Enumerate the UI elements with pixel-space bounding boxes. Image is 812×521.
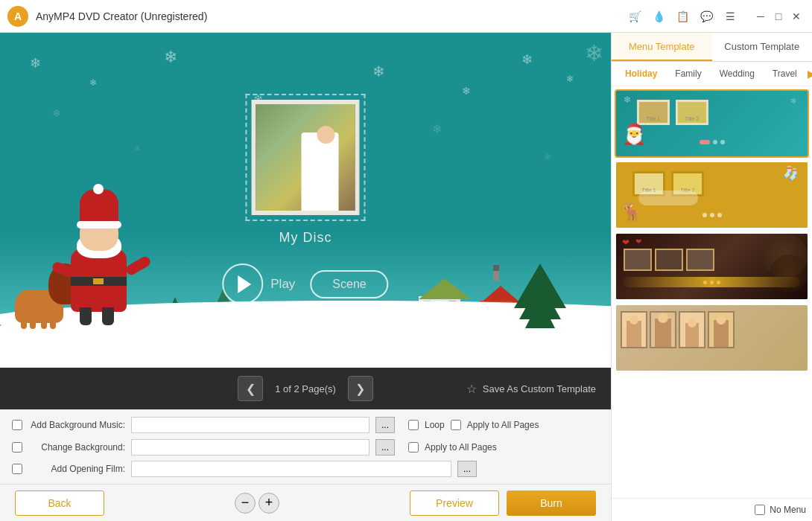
cart-icon[interactable]: 🛒 (627, 9, 642, 24)
photo-frame (252, 100, 360, 215)
app-title: AnyMP4 DVD Creator (Unregistered) (36, 10, 627, 22)
template-item-2[interactable]: 🧦 Title 1 Title 2 🦌 (615, 161, 809, 229)
change-bg-browse[interactable]: ... (375, 439, 395, 456)
opening-film-browse[interactable]: ... (457, 461, 477, 477)
chimney (493, 265, 499, 281)
titlebar: A AnyMP4 DVD Creator (Unregistered) 🛒 💧 … (0, 0, 812, 33)
template-item-1[interactable]: ❄ ❄ ❄ Title 1 Title 2 (615, 89, 809, 158)
tpl3-heart2: ❤ (635, 237, 641, 246)
santa-buckle (93, 278, 104, 284)
tpl3-photo1 (624, 249, 652, 271)
bg-music-row: Add Background Music: ... Loop Apply to … (12, 416, 599, 434)
burn-button[interactable]: Burn (507, 490, 596, 516)
play-label: Play (270, 277, 295, 292)
no-menu-checkbox[interactable] (755, 505, 765, 515)
save-template-button[interactable]: ☆ Save As Custom Template (466, 382, 596, 396)
zoom-plus-button[interactable]: + (258, 493, 279, 514)
opening-film-checkbox[interactable] (12, 464, 22, 474)
bg-music-input[interactable] (131, 417, 369, 433)
loop-label: Loop (425, 420, 445, 430)
zoom-minus-button[interactable]: − (235, 493, 256, 514)
tpl1-photo1: Title 1 (637, 100, 670, 125)
change-bg-checkbox[interactable] (12, 442, 22, 453)
bg-music-checkbox[interactable] (12, 420, 22, 430)
scene-button[interactable]: Scene (310, 270, 388, 298)
cat-family[interactable]: Family (667, 66, 708, 81)
opening-film-label: Add Opening Film: (28, 464, 125, 474)
cat-wedding[interactable]: Wedding (712, 66, 762, 81)
tpl2-dot3 (717, 213, 722, 217)
photo-inner (256, 104, 355, 211)
media-controls: Add Background Music: ... Loop Apply to … (0, 409, 611, 484)
snowflake-decor: ❄ (134, 144, 140, 153)
play-triangle-icon (238, 275, 251, 293)
cat-travel[interactable]: Travel (765, 66, 805, 81)
apply-all-1-label: Apply to All Pages (467, 420, 539, 430)
tpl3-photo3 (686, 249, 714, 271)
templates-list: ❄ ❄ ❄ Title 1 Title 2 (612, 86, 812, 498)
zoom-controls: − + (235, 493, 279, 514)
play-button[interactable] (222, 263, 263, 304)
template-item-3[interactable]: ❤ ❤ (615, 232, 809, 301)
tab-custom-template[interactable]: Custom Template (712, 33, 813, 61)
bg-music-browse[interactable]: ... (375, 417, 395, 433)
minimize-button[interactable]: ─ (752, 8, 769, 25)
santa-leg1 (80, 307, 92, 325)
tpl4-content (616, 305, 808, 371)
template-item-4[interactable] (615, 304, 809, 372)
santa-hat-ball (93, 184, 104, 194)
preview-panel: ❄ ❄ ❄ ❄ ❄ ❄ ❄ ❄ ❄ ❄ ❄ ❄ My Disc (0, 33, 611, 521)
change-bg-row: Change Background: ... Apply to All Page… (12, 438, 599, 456)
window-controls: ─ □ ✕ (752, 8, 805, 25)
tpl1-title1: Title 1 (647, 116, 661, 121)
tab-menu-template[interactable]: Menu Template (612, 33, 712, 61)
santa-decoration (7, 174, 156, 323)
change-bg-input[interactable] (131, 439, 369, 456)
tpl3-nav (624, 277, 800, 287)
prev-page-button[interactable]: ❮ (238, 376, 263, 401)
logo-char: A (14, 10, 22, 22)
tpl3-dot1 (703, 281, 707, 284)
tpl2-cloud (638, 191, 698, 205)
tpl2-deer-emoji: 🦌 (621, 201, 643, 222)
opening-film-row: Add Opening Film: ... (12, 460, 599, 478)
star-icon: ☆ (466, 382, 477, 396)
tpl1-nav-dots (700, 140, 725, 144)
menu-icon[interactable]: ☰ (723, 9, 738, 24)
reindeer-leg1 (21, 316, 27, 329)
tpl1-dot3 (720, 140, 725, 144)
copy-icon[interactable]: 📋 (675, 9, 690, 24)
tree-dark (514, 263, 566, 328)
apply-all-1-checkbox[interactable] (451, 420, 461, 430)
change-bg-options: Apply to All Pages (408, 442, 497, 453)
tpl3-photo2 (655, 249, 683, 271)
toolbar-icons: 🛒 💧 📋 💬 ☰ ─ □ ✕ (627, 8, 805, 25)
santa-decor (63, 208, 145, 319)
cat-holiday[interactable]: Holiday (618, 66, 664, 81)
photo-person-body (302, 132, 339, 211)
change-bg-label: Change Background: (28, 442, 125, 453)
tpl3-content: ❤ ❤ (616, 234, 808, 299)
bg-music-options: Loop Apply to All Pages (408, 420, 539, 430)
apply-all-2-label: Apply to All Pages (425, 442, 497, 453)
next-page-button[interactable]: ❯ (348, 376, 373, 401)
snowflake-decor: ❄ (52, 107, 61, 119)
apply-all-2-checkbox[interactable] (408, 442, 419, 453)
tpl2-dot2 (710, 213, 714, 217)
drop-icon[interactable]: 💧 (651, 9, 666, 24)
tree-tip (525, 298, 555, 328)
reindeer-leg4 (50, 316, 56, 329)
cat-nav-arrow[interactable]: ▶ (808, 68, 812, 80)
page-navigation: ❮ 1 of 2 Page(s) ❯ ☆ Save As Custom Temp… (0, 368, 611, 409)
restore-button[interactable]: □ (770, 8, 787, 25)
back-button[interactable]: Back (15, 490, 104, 516)
template-preview-4 (616, 305, 808, 371)
save-template-label: Save As Custom Template (483, 383, 596, 394)
preview-button[interactable]: Preview (410, 490, 499, 516)
reindeer-leg2 (30, 316, 36, 329)
tpl2-dot1 (702, 213, 707, 217)
close-button[interactable]: ✕ (788, 8, 805, 25)
chat-icon[interactable]: 💬 (699, 9, 714, 24)
opening-film-input[interactable] (131, 461, 451, 477)
loop-checkbox[interactable] (408, 420, 419, 430)
